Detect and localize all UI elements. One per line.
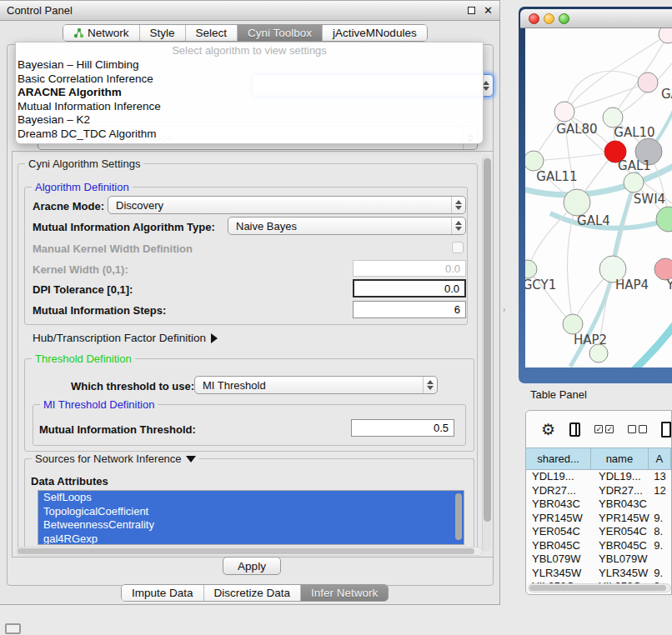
hub-definition-toggle[interactable]: Hub/Transcription Factor Definition <box>33 332 218 344</box>
table-row[interactable]: YBR045CYBR045C9. <box>526 539 671 553</box>
table-row[interactable]: YLR345WYLR345W9. <box>526 567 671 581</box>
group-title: MI Threshold Definition <box>40 398 158 411</box>
node-label: HAP2 <box>574 332 607 348</box>
gear-icon[interactable]: ⚙ <box>541 422 555 438</box>
table-body: YDL19...YDL19...13 YDR27...YDR27...12 YB… <box>526 470 671 588</box>
node-label: GAL80 <box>556 122 597 137</box>
edge <box>564 34 668 112</box>
collapsed-panel-icon[interactable] <box>5 623 21 634</box>
tab-select[interactable]: Select <box>186 25 238 41</box>
sources-toggle[interactable]: Sources for Network Inference <box>32 452 199 465</box>
tab-network[interactable]: Network <box>63 25 140 41</box>
control-panel-tabs: Network Style Select Cyni Toolbox jActiv… <box>63 24 428 42</box>
node-label: GAL <box>661 87 672 102</box>
network-graph: GAL GAL80 GAL10 GAL1 GAL11 SWI4 GAL4 GCY… <box>525 28 672 368</box>
collapsed-arrow-icon <box>211 333 218 343</box>
expanded-arrow-icon <box>186 456 196 462</box>
mi-steps-field[interactable]: 6 <box>353 301 466 318</box>
dpi-tolerance-label: DPI Tolerance [0,1]: <box>33 283 133 296</box>
group-title: Threshold Definition <box>32 352 135 365</box>
mi-threshold-field[interactable]: 0.5 <box>351 419 454 437</box>
minimize-window-icon[interactable] <box>544 13 554 24</box>
node-gal80[interactable] <box>554 102 574 122</box>
list-scrollbar[interactable] <box>455 493 462 540</box>
table-panel: ⚙ ✓✓ shared... name A YDL19...YDL19...13… <box>525 410 672 595</box>
column-header-name[interactable]: name <box>591 448 648 470</box>
tab-cyni-toolbox[interactable]: Cyni Toolbox <box>238 25 323 41</box>
manual-kernel-label: Manual Kernel Width Definition <box>33 242 193 255</box>
tab-infer-network[interactable]: Infer Network <box>301 585 388 601</box>
node-hap2[interactable] <box>563 314 583 334</box>
table-row[interactable]: YPR145WYPR145W9. <box>526 512 671 526</box>
tab-network-label: Network <box>88 27 129 39</box>
algorithm-option[interactable]: Mutual Information Inference <box>16 100 483 114</box>
table-row[interactable]: YDL19...YDL19...13 <box>526 470 671 484</box>
column-header-partial[interactable]: A <box>649 448 671 470</box>
panel-splitter-handle[interactable]: › <box>503 305 505 314</box>
new-table-icon[interactable] <box>661 422 671 438</box>
close-panel-icon[interactable]: ✕ <box>484 5 493 16</box>
combo-stepper-icon <box>451 218 465 234</box>
node-label: SWI4 <box>634 192 665 207</box>
which-threshold-label: Which threshold to use: <box>71 380 194 392</box>
close-window-icon[interactable] <box>529 13 539 24</box>
column-header-shared-name[interactable]: shared... <box>526 448 591 470</box>
algorithm-option[interactable]: Bayesian – K2 <box>16 113 483 128</box>
algorithm-option-selected[interactable]: ARACNE Algorithm <box>16 86 483 100</box>
algorithm-option[interactable]: Dream8 DC_TDC Algorithm <box>16 128 483 142</box>
node-gal11[interactable] <box>525 151 544 171</box>
table-row[interactable]: YBR043CYBR043C <box>526 498 671 512</box>
tab-discretize-data[interactable]: Discretize Data <box>204 585 302 601</box>
node[interactable] <box>656 207 672 232</box>
unselect-all-columns-icon[interactable] <box>628 425 647 433</box>
table-header-row: shared... name A <box>526 448 671 470</box>
aracne-mode-combo[interactable]: Discovery <box>108 196 466 214</box>
group-title: Cyni Algorithm Settings <box>25 158 143 170</box>
attribute-item[interactable]: BetweennessCentrality <box>38 518 464 532</box>
control-panel-title: Control Panel <box>7 4 73 17</box>
table-row[interactable]: YER054CYER054C8. <box>526 525 671 539</box>
dpi-tolerance-field[interactable]: 0.0 <box>353 279 466 298</box>
attribute-item[interactable]: TopologicalCoefficient <box>38 505 464 519</box>
control-panel-titlebar: Control Panel ✕ <box>0 1 499 21</box>
node[interactable] <box>638 72 658 92</box>
combo-stepper-icon <box>423 377 437 393</box>
edge <box>614 318 672 368</box>
edge <box>564 82 648 112</box>
which-threshold-combo[interactable]: MI Threshold <box>194 376 438 394</box>
node-swi4[interactable] <box>624 172 644 192</box>
zoom-window-icon[interactable] <box>559 13 569 24</box>
settings-vscrollbar[interactable] <box>482 155 491 552</box>
table-row[interactable]: YBL079WYBL079W <box>526 552 671 567</box>
table-hscrollbar[interactable] <box>528 583 671 592</box>
node-gcy1[interactable] <box>525 260 537 278</box>
network-canvas[interactable]: GAL GAL80 GAL10 GAL1 GAL11 SWI4 GAL4 GCY… <box>525 28 672 368</box>
data-attributes-list[interactable]: SelfLoops TopologicalCoefficient Between… <box>38 490 464 545</box>
mi-steps-label: Mutual Information Steps: <box>33 304 166 317</box>
network-window-titlebar <box>520 9 672 28</box>
cyni-settings-scrollpane: Cyni Algorithm Settings Algorithm Defini… <box>12 151 494 558</box>
apply-button[interactable]: Apply <box>223 557 281 575</box>
manual-kernel-checkbox[interactable] <box>452 242 464 253</box>
kernel-width-label: Kernel Width (0,1): <box>33 263 128 276</box>
node[interactable] <box>659 28 672 43</box>
settings-hscrollbar[interactable] <box>16 547 483 556</box>
edge <box>534 152 615 161</box>
kernel-width-field[interactable]: 0.0 <box>353 260 466 277</box>
tab-style[interactable]: Style <box>140 25 186 41</box>
attribute-item[interactable]: gal4RGexp <box>38 532 464 546</box>
columns-icon[interactable] <box>569 422 580 437</box>
node-label: HAP4 <box>615 278 649 292</box>
node-gal4[interactable] <box>564 189 590 216</box>
tab-jactivemnodules[interactable]: jActiveMNodules <box>323 25 427 41</box>
table-row[interactable]: YDR27...YDR27...12 <box>526 484 671 498</box>
attribute-item[interactable]: SelfLoops <box>38 491 464 505</box>
mi-algorithm-type-combo[interactable]: Naive Bayes <box>228 217 466 235</box>
float-panel-icon[interactable] <box>468 7 475 14</box>
tab-impute-data[interactable]: Impute Data <box>122 585 204 601</box>
select-all-columns-icon[interactable]: ✓✓ <box>594 425 614 433</box>
data-attributes-label: Data Attributes <box>31 475 108 488</box>
algorithm-option[interactable]: Basic Correlation Inference <box>16 72 483 87</box>
algorithm-option[interactable]: Bayesian – Hill Climbing <box>16 58 483 72</box>
edge <box>564 71 648 112</box>
